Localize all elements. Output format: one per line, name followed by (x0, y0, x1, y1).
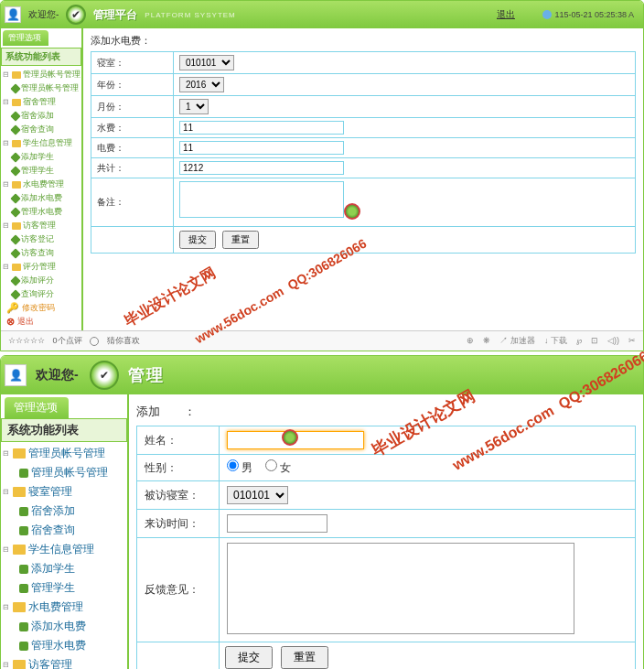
water-label: 水费： (91, 118, 174, 138)
submit-button[interactable]: 提交 (225, 646, 273, 669)
cursor-indicator (344, 203, 360, 220)
leaf-icon (19, 584, 28, 593)
reset-button[interactable]: 重置 (222, 231, 259, 249)
tree-node[interactable]: 🔑修改密码 (3, 301, 81, 315)
nav-tree: ⊟管理员帐号管理管理员帐号管理⊟寝室管理宿舍添加宿舍查询⊟学生信息管理添加学生管… (1, 442, 127, 669)
mgmt-tab[interactable]: 管理选项 (3, 30, 48, 46)
tree-node[interactable]: 宿舍添加 (3, 109, 81, 123)
folder-icon (12, 71, 21, 79)
tree-node[interactable]: ⊟访客管理 (3, 219, 81, 232)
month-select[interactable]: 1 (179, 99, 209, 114)
footer-tool[interactable]: ⊕ (467, 336, 474, 345)
visit-time-input[interactable] (227, 514, 327, 533)
leaf-icon (10, 234, 20, 244)
tree-node[interactable]: ⊟水电费管理 (3, 598, 127, 617)
platform-title: 管理平台 (93, 7, 137, 23)
reset-button[interactable]: 重置 (281, 646, 328, 669)
tree-node[interactable]: 添加评分 (3, 274, 81, 287)
tree-node[interactable]: ⊟管理员帐号管理 (3, 444, 127, 463)
tree-node[interactable]: 管理水电费 (3, 636, 127, 655)
gender-label: 性别： (137, 455, 220, 481)
total-input[interactable] (179, 161, 344, 175)
tree-node[interactable]: 宿舍查询 (3, 521, 127, 540)
footer-tool[interactable]: ⊡ (591, 336, 598, 345)
mgmt-tab[interactable]: 管理选项 (5, 397, 69, 418)
welcome-text: 欢迎您- (28, 8, 59, 21)
logout-link[interactable]: 退出 (497, 8, 515, 21)
rating-stars[interactable]: ☆☆☆☆☆ (8, 336, 45, 345)
tree-node[interactable]: 宿舍查询 (3, 123, 81, 136)
visit-time-label: 来访时间： (137, 510, 220, 538)
water-input[interactable] (179, 121, 344, 135)
cursor-indicator (282, 429, 298, 446)
elec-input[interactable] (179, 141, 344, 155)
folder-icon (13, 602, 26, 612)
leaf-icon (19, 507, 28, 516)
gender-male-radio[interactable]: 男 (227, 461, 252, 474)
tree-node[interactable]: 宿舍添加 (3, 502, 127, 521)
visit-dorm-label: 被访寝室： (137, 481, 220, 510)
feedback-label: 反馈意见： (137, 538, 220, 642)
leaf-icon (19, 469, 28, 478)
leaf-icon (10, 207, 20, 217)
tree-node[interactable]: 访客登记 (3, 232, 81, 246)
tree-node[interactable]: ⊗退出 (3, 315, 81, 329)
tree-node[interactable]: 管理学生 (3, 164, 81, 178)
tree-node[interactable]: ⊟宿舍管理 (3, 95, 81, 109)
footer-tool[interactable]: ↗ 加速器 (499, 336, 535, 345)
folder-icon (13, 448, 26, 459)
remark-textarea[interactable] (179, 181, 344, 218)
footer-tool[interactable]: ℘ (576, 336, 582, 345)
submit-button[interactable]: 提交 (179, 231, 216, 249)
footer-tool[interactable]: ↓ 下载 (544, 336, 567, 345)
footer-tools: ⊕❋↗ 加速器↓ 下载℘⊡◁))✂ (457, 335, 636, 347)
year-select[interactable]: 2016 (179, 77, 224, 92)
leaf-icon (10, 152, 20, 162)
platform-subtitle: PLATFORM SYSYTEM (145, 11, 235, 19)
tree-node[interactable]: 添加学生 (3, 559, 127, 578)
dorm-select[interactable]: 010101 (179, 55, 234, 70)
sidebar: 管理选项 系统功能列表 ⊟管理员帐号管理管理员帐号管理⊟寝室管理宿舍添加宿舍查询… (1, 394, 129, 669)
tree-node[interactable]: ⊟学生信息管理 (3, 540, 127, 559)
tree-node[interactable]: 管理水电费 (3, 205, 81, 219)
tree-node[interactable]: 添加水电费 (3, 617, 127, 636)
sidebar-title: 系统功能列表 (1, 48, 81, 66)
tree-node[interactable]: 访客查询 (3, 246, 81, 260)
tree-node[interactable]: 管理员帐号管理 (3, 463, 127, 482)
browser-status-bar: ☆☆☆☆☆ 0个点评 猜你喜欢 ⊕❋↗ 加速器↓ 下载℘⊡◁))✂ (1, 330, 643, 351)
tree-node[interactable]: ⊟水电费管理 (3, 178, 81, 191)
tree-node[interactable]: ⊟访客管理 (3, 655, 127, 669)
tree-node[interactable]: 查询评分 (3, 287, 81, 301)
tree-node[interactable]: ⊟寝室管理 (3, 482, 127, 502)
gender-female-radio[interactable]: 女 (265, 461, 291, 474)
tree-node[interactable]: ⊟评分管理 (3, 260, 81, 274)
leaf-icon (10, 111, 20, 121)
tree-node[interactable]: 管理学生 (3, 578, 127, 598)
folder-icon (12, 222, 21, 230)
feedback-textarea[interactable] (227, 543, 574, 634)
dorm-label: 寝室： (91, 52, 174, 74)
folder-icon (13, 487, 26, 497)
footer-tool[interactable]: ◁)) (607, 336, 619, 345)
footer-tool[interactable]: ❋ (483, 336, 490, 345)
tree-node[interactable]: 添加学生 (3, 150, 81, 164)
tree-node[interactable]: 管理员帐号管理 (3, 81, 81, 95)
leaf-icon (10, 124, 20, 135)
leaf-icon (10, 275, 20, 286)
folder-icon (12, 264, 21, 271)
platform-title: 管理 (128, 364, 165, 386)
visitor-form: 姓名： 性别： 男 女 被访寝室： 010101 来访时间： 反馈意见： 提交 (136, 426, 636, 669)
leaf-icon (10, 193, 20, 203)
avatar-icon: 👤 (5, 364, 27, 386)
tree-node[interactable]: 添加水电费 (3, 191, 81, 205)
leaf-icon (19, 526, 28, 535)
tree-node[interactable]: ⊟管理员帐号管理 (3, 68, 81, 81)
folder-icon (12, 181, 21, 189)
avatar-icon: 👤 (5, 6, 21, 23)
total-label: 共计： (91, 158, 174, 178)
sidebar-title: 系统功能列表 (1, 418, 127, 442)
visit-dorm-select[interactable]: 010101 (227, 486, 288, 504)
footer-tool[interactable]: ✂ (628, 336, 636, 345)
elec-label: 电费： (91, 138, 174, 158)
tree-node[interactable]: ⊟学生信息管理 (3, 136, 81, 150)
